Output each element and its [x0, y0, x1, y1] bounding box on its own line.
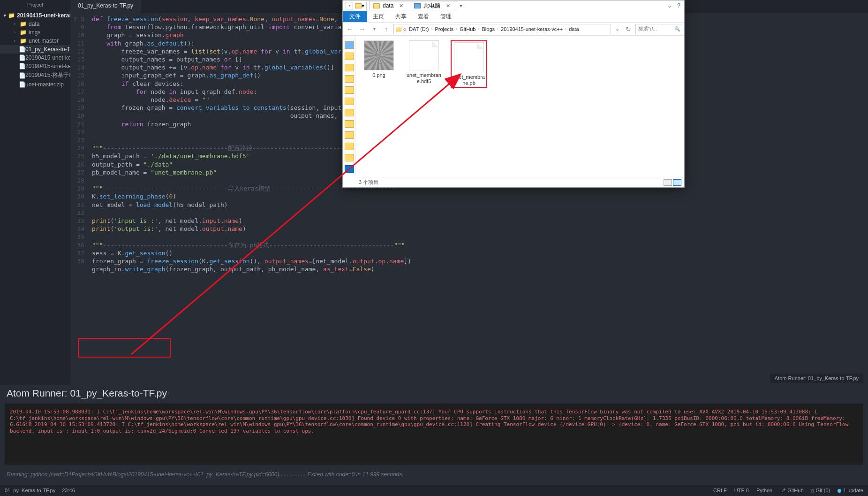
sb-time: 23:46 — [62, 488, 75, 493]
item-count: 3 个项目 — [359, 179, 378, 186]
file-item-selected[interactable]: unet_membrane.pb — [451, 40, 487, 88]
folder-icon[interactable] — [345, 109, 354, 116]
ribbon-home[interactable]: 主页 — [367, 11, 390, 22]
ribbon-view[interactable]: 查看 — [412, 11, 435, 22]
explorer-window[interactable]: ▫ ▾ data✕ 此电脑✕ ▾ 文件 主页 共享 查看 管理 ⌄ ? ← → … — [342, 0, 685, 188]
tree-file[interactable]: 📄20190415-unet-keras- — [0, 62, 70, 70]
tree-root[interactable]: ▾📁20190415-unet-keras-vc — [0, 11, 70, 20]
folder-icon — [355, 3, 362, 8]
folder-icon — [373, 3, 380, 8]
crumb[interactable]: Blogs — [481, 26, 496, 32]
refresh-icon[interactable]: ↻ — [623, 24, 634, 34]
ribbon-share[interactable]: 共享 — [390, 11, 412, 22]
nav-back-icon[interactable]: ← — [345, 24, 355, 34]
view-details-icon[interactable] — [664, 179, 672, 186]
help-icon[interactable]: ? — [677, 2, 680, 9]
explorer-nav[interactable] — [343, 36, 356, 176]
explorer-file-area[interactable]: 0.png unet_membrane.hdf5 unet_membrane.p… — [356, 36, 684, 176]
editor-tab[interactable]: 01_py_Keras-to-TF.py — [70, 0, 141, 13]
tree-file[interactable]: 📄20190415-unet-keras- — [0, 53, 70, 62]
pc-icon — [414, 3, 421, 8]
folder-icon[interactable] — [345, 143, 354, 150]
nav-fwd-icon[interactable]: → — [357, 24, 367, 34]
ribbon-file[interactable]: 文件 — [343, 11, 367, 22]
tree-file[interactable]: 📄unet-master.zip — [0, 80, 70, 89]
folder-icon[interactable] — [345, 98, 354, 105]
close-icon[interactable]: ✕ — [399, 3, 403, 9]
image-thumb — [364, 40, 394, 70]
view-icons-icon[interactable] — [673, 179, 681, 186]
quickaccess-icon[interactable] — [345, 41, 354, 49]
onedrive-icon[interactable] — [345, 165, 354, 173]
folder-icon[interactable] — [345, 120, 354, 128]
crumb[interactable]: 20190415-unet-keras-vc++ — [500, 26, 564, 32]
sb-file[interactable]: 01_py_Keras-to-TF.py — [5, 488, 55, 493]
status-bar: 01_py_Keras-to-TF.py 23:46 CRLF UTF-8 Py… — [0, 485, 868, 496]
nav-up-icon[interactable]: ↑ — [381, 24, 392, 34]
ribbon-manage[interactable]: 管理 — [435, 11, 457, 22]
sb-eol[interactable]: CRLF — [713, 488, 727, 493]
crumb[interactable]: GitHub — [459, 26, 476, 32]
folder-icon[interactable] — [345, 154, 354, 161]
folder-icon[interactable] — [345, 64, 354, 71]
nav-history-icon[interactable]: ▾ — [369, 24, 379, 34]
explorer-tab-pc[interactable]: 此电脑✕ — [410, 1, 457, 10]
project-sidebar: Project ▾📁20190415-unet-keras-vc ›📁data … — [0, 0, 70, 385]
sb-update[interactable]: 1 update — [838, 488, 863, 493]
file-item[interactable]: unet_membrane.hdf5 — [406, 40, 442, 84]
folder-icon[interactable] — [345, 86, 354, 94]
runner-title: Atom Runner: 01_py_Keras-to-TF.py — [7, 388, 863, 399]
sb-github[interactable]: ⎇ GitHub — [780, 488, 803, 494]
new-tab-icon[interactable]: ▾ — [457, 2, 465, 9]
sb-encoding[interactable]: UTF-8 — [734, 488, 749, 493]
folder-icon — [396, 27, 401, 31]
sidebar-title: Project — [0, 0, 70, 9]
runner-panel: Atom Runner: 01_py_Keras-to-TF.py Atom R… — [0, 385, 868, 496]
folder-icon[interactable] — [345, 131, 354, 139]
explorer-search[interactable]: 搜索"d... — [635, 24, 682, 34]
close-icon[interactable]: ✕ — [446, 3, 450, 9]
explorer-icon: ▫ — [346, 2, 353, 9]
tree-file-active[interactable]: 📄01_py_Keras-to-TF.py — [0, 45, 70, 53]
folder-icon[interactable] — [345, 53, 354, 60]
file-thumb — [454, 42, 484, 72]
tree-file[interactable]: 📄20190415-将基于Keras — [0, 70, 70, 80]
addr-dropdown-icon[interactable]: ⌄ — [613, 26, 621, 32]
address-bar[interactable]: « DAT (D:)› Projects› GitHub› Blogs› 201… — [393, 24, 611, 34]
file-item[interactable]: 0.png — [361, 40, 397, 78]
runner-status: Running: python (cwd=D:\Projects\GitHub\… — [7, 471, 863, 478]
folder-icon[interactable] — [345, 75, 354, 83]
file-thumb — [409, 40, 439, 70]
tree-folder[interactable]: ›📁unet-master — [0, 37, 70, 45]
line-gutter: 7 8 9 10 11 12 13 14 15 16 17 18 19 20 2… — [70, 13, 89, 385]
crumb[interactable]: Projects — [434, 26, 455, 32]
crumb[interactable]: data — [568, 26, 580, 32]
sb-lang[interactable]: Python — [756, 488, 772, 493]
crumb[interactable]: DAT (D:) — [408, 26, 430, 32]
expand-ribbon-icon[interactable]: ⌄ — [667, 2, 672, 9]
tree-folder[interactable]: ›📁data — [0, 20, 70, 28]
tree-folder[interactable]: ›📁imgs — [0, 28, 70, 37]
explorer-tab-data[interactable]: data✕ — [369, 1, 410, 10]
explorer-statusbar: 3 个项目 — [356, 177, 684, 187]
runner-output[interactable]: 2019-04-10 15:53:08.988031: I C:\tf_jenk… — [5, 404, 863, 465]
runner-tab[interactable]: Atom Runner: 01_py_Keras-to-TF.py — [770, 374, 863, 383]
sb-git[interactable]: ⎌ Git (0) — [811, 488, 830, 493]
